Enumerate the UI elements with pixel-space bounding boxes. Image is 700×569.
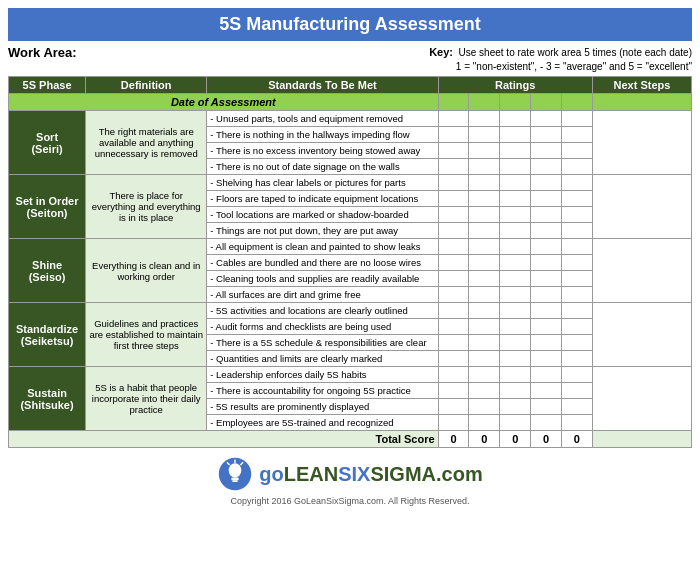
rating-input[interactable] [531,159,562,175]
rating-input[interactable] [561,255,592,271]
rating-input[interactable] [469,191,500,207]
rating-input[interactable] [561,143,592,159]
rating-input[interactable] [500,127,531,143]
rating-input[interactable] [438,159,469,175]
rating-input[interactable] [561,175,592,191]
rating-input[interactable] [438,175,469,191]
rating-input[interactable] [500,351,531,367]
date-col-2[interactable] [469,94,500,111]
rating-input[interactable] [500,191,531,207]
rating-input[interactable] [500,319,531,335]
rating-input[interactable] [469,207,500,223]
rating-input[interactable] [561,351,592,367]
rating-input[interactable] [561,367,592,383]
rating-input[interactable] [438,319,469,335]
rating-input[interactable] [500,303,531,319]
rating-input[interactable] [438,127,469,143]
rating-input[interactable] [500,415,531,431]
rating-input[interactable] [469,287,500,303]
rating-input[interactable] [500,383,531,399]
rating-input[interactable] [469,143,500,159]
rating-input[interactable] [438,143,469,159]
rating-input[interactable] [561,319,592,335]
rating-input[interactable] [531,383,562,399]
rating-input[interactable] [500,287,531,303]
rating-input[interactable] [500,255,531,271]
rating-input[interactable] [531,143,562,159]
rating-input[interactable] [500,159,531,175]
rating-input[interactable] [469,399,500,415]
rating-input[interactable] [531,335,562,351]
rating-input[interactable] [469,383,500,399]
rating-input[interactable] [531,367,562,383]
rating-input[interactable] [469,351,500,367]
rating-input[interactable] [438,207,469,223]
rating-input[interactable] [561,271,592,287]
rating-input[interactable] [500,223,531,239]
rating-input[interactable] [469,335,500,351]
rating-input[interactable] [561,415,592,431]
rating-input[interactable] [500,399,531,415]
rating-input[interactable] [561,335,592,351]
rating-input[interactable] [561,287,592,303]
rating-input[interactable] [438,415,469,431]
next-steps-cell-3[interactable] [592,303,691,367]
date-col-5[interactable] [561,94,592,111]
rating-input[interactable] [438,239,469,255]
rating-input[interactable] [438,287,469,303]
next-steps-cell-1[interactable] [592,175,691,239]
rating-input[interactable] [531,255,562,271]
rating-input[interactable] [438,367,469,383]
rating-input[interactable] [438,335,469,351]
rating-input[interactable] [438,399,469,415]
rating-input[interactable] [531,303,562,319]
rating-input[interactable] [500,239,531,255]
rating-input[interactable] [561,303,592,319]
rating-input[interactable] [561,191,592,207]
rating-input[interactable] [438,255,469,271]
rating-input[interactable] [531,287,562,303]
rating-input[interactable] [438,191,469,207]
rating-input[interactable] [438,303,469,319]
date-col-1[interactable] [438,94,469,111]
rating-input[interactable] [561,159,592,175]
rating-input[interactable] [500,207,531,223]
rating-input[interactable] [438,271,469,287]
rating-input[interactable] [438,383,469,399]
rating-input[interactable] [531,111,562,127]
rating-input[interactable] [469,111,500,127]
next-steps-cell-0[interactable] [592,111,691,175]
rating-input[interactable] [469,271,500,287]
rating-input[interactable] [531,415,562,431]
rating-input[interactable] [531,223,562,239]
rating-input[interactable] [561,207,592,223]
rating-input[interactable] [438,111,469,127]
rating-input[interactable] [469,319,500,335]
date-col-4[interactable] [531,94,562,111]
rating-input[interactable] [561,239,592,255]
rating-input[interactable] [561,399,592,415]
rating-input[interactable] [500,175,531,191]
rating-input[interactable] [561,383,592,399]
rating-input[interactable] [469,159,500,175]
rating-input[interactable] [500,335,531,351]
rating-input[interactable] [561,127,592,143]
rating-input[interactable] [531,191,562,207]
rating-input[interactable] [531,271,562,287]
rating-input[interactable] [438,223,469,239]
rating-input[interactable] [469,239,500,255]
rating-input[interactable] [469,303,500,319]
rating-input[interactable] [531,207,562,223]
rating-input[interactable] [531,127,562,143]
rating-input[interactable] [500,367,531,383]
rating-input[interactable] [531,399,562,415]
rating-input[interactable] [438,351,469,367]
rating-input[interactable] [531,239,562,255]
rating-input[interactable] [469,175,500,191]
rating-input[interactable] [469,127,500,143]
rating-input[interactable] [469,415,500,431]
rating-input[interactable] [531,175,562,191]
rating-input[interactable] [561,111,592,127]
rating-input[interactable] [469,255,500,271]
next-steps-cell-4[interactable] [592,367,691,431]
